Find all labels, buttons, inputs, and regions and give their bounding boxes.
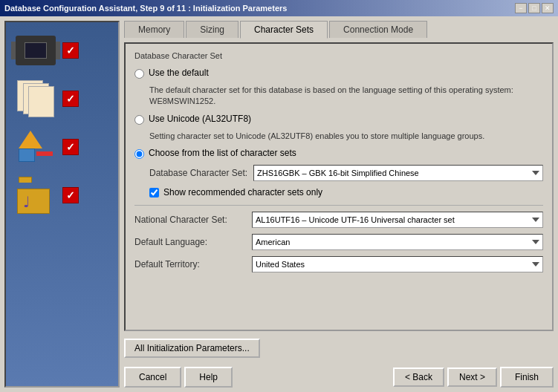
title-bar: Database Configuration Assistant, Step 9… xyxy=(0,0,558,16)
check-1: ✓ xyxy=(62,42,79,59)
shapes-icon-box xyxy=(13,126,58,167)
folder-icon-box: ♩ xyxy=(13,174,58,215)
nav-buttons: < Back Next > Finish xyxy=(393,367,554,388)
db-charset-row: Database Character Set: ZHS16GBK – GBK 1… xyxy=(149,165,543,181)
next-button[interactable]: Next > xyxy=(447,368,497,387)
radio-unicode-input[interactable] xyxy=(134,115,144,125)
radio-unicode-label: Use Unicode (AL32UTF8) xyxy=(149,114,251,124)
tab-memory[interactable]: Memory xyxy=(124,21,184,38)
show-recommended-row: Show recommended character sets only xyxy=(149,187,543,197)
check-2: ✓ xyxy=(62,91,79,107)
db-charset-label: Database Character Set: xyxy=(149,168,247,178)
icon-row-shapes: ✓ xyxy=(13,126,79,167)
icon-row-chip: ✓ xyxy=(13,30,79,71)
show-recommended-label: Show recommended character sets only xyxy=(163,187,322,197)
radio-unicode-option: Use Unicode (AL32UTF8) xyxy=(134,114,543,125)
radio-list-input[interactable] xyxy=(134,149,144,159)
default-language-label: Default Language: xyxy=(134,237,246,247)
national-charset-row: National Character Set: AL16UTF16 – Unic… xyxy=(134,212,543,228)
tab-sizing[interactable]: Sizing xyxy=(186,21,239,38)
check-4: ✓ xyxy=(62,187,79,203)
shapes-icon xyxy=(17,129,54,165)
chip-icon-box xyxy=(13,30,58,71)
separator xyxy=(134,205,543,206)
db-charset-select[interactable]: ZHS16GBK – GBK 16-bit Simplified Chinese xyxy=(253,165,543,181)
close-button[interactable]: ✕ xyxy=(542,3,554,13)
main-container: ✓ ✓ xyxy=(0,16,558,392)
radio-unicode-description: Setting character set to Unicode (AL32UT… xyxy=(149,131,543,142)
title-text: Database Configuration Assistant, Step 9… xyxy=(4,4,287,13)
radio-default-option: Use the default xyxy=(134,68,543,79)
tab-charset[interactable]: Character Sets xyxy=(240,21,328,39)
left-panel: ✓ ✓ xyxy=(4,21,120,388)
default-language-select[interactable]: American xyxy=(252,234,543,250)
check-3: ✓ xyxy=(62,139,79,155)
radio-default-description: The default character set for this datab… xyxy=(149,85,543,108)
radio-list-label: Choose from the list of character sets xyxy=(149,148,296,158)
music-note-icon: ♩ xyxy=(23,193,30,211)
radio-default-label: Use the default xyxy=(149,68,209,78)
back-button[interactable]: < Back xyxy=(393,368,444,387)
triangle-shape xyxy=(19,131,42,148)
default-language-row: Default Language: American xyxy=(134,234,543,250)
finish-button[interactable]: Finish xyxy=(500,367,554,388)
icon-list: ✓ ✓ xyxy=(6,22,118,223)
footer: Cancel Help < Back Next > Finish xyxy=(124,365,554,388)
maximize-button[interactable]: □ xyxy=(528,3,540,13)
minimize-button[interactable]: − xyxy=(515,3,527,13)
icon-row-folder: ♩ ✓ xyxy=(13,174,79,215)
national-charset-select[interactable]: AL16UTF16 – Unicode UTF-16 Universal cha… xyxy=(252,212,543,228)
docs-icon xyxy=(17,80,54,117)
show-recommended-checkbox[interactable] xyxy=(149,188,159,197)
right-panel: Memory Sizing Character Sets Connection … xyxy=(124,21,554,388)
folder-body xyxy=(17,189,50,214)
help-button[interactable]: Help xyxy=(184,367,233,388)
footer-left-buttons: Cancel Help xyxy=(124,367,233,388)
national-charset-label: National Character Set: xyxy=(134,215,246,225)
tab-bar: Memory Sizing Character Sets Connection … xyxy=(124,21,554,38)
chip-icon xyxy=(16,36,56,65)
section-title: Database Character Set xyxy=(134,51,543,60)
minus-shape xyxy=(36,151,53,156)
tab-connection[interactable]: Connection Mode xyxy=(329,21,427,38)
title-bar-buttons: − □ ✕ xyxy=(515,3,554,13)
radio-list-option: Choose from the list of character sets xyxy=(134,148,543,159)
default-territory-label: Default Territory: xyxy=(134,259,246,270)
bottom-bar: All Initialization Parameters... xyxy=(124,336,554,361)
content-panel: Database Character Set Use the default T… xyxy=(124,42,554,331)
default-territory-row: Default Territory: United States xyxy=(134,256,543,272)
docs-icon-box xyxy=(13,78,58,119)
icon-row-docs: ✓ xyxy=(13,78,79,119)
radio-default-input[interactable] xyxy=(134,69,144,79)
all-params-button[interactable]: All Initialization Parameters... xyxy=(124,339,260,358)
rect-shape xyxy=(19,148,35,162)
cancel-button[interactable]: Cancel xyxy=(124,367,181,388)
folder-tab xyxy=(19,177,32,183)
default-territory-select[interactable]: United States xyxy=(252,256,543,272)
